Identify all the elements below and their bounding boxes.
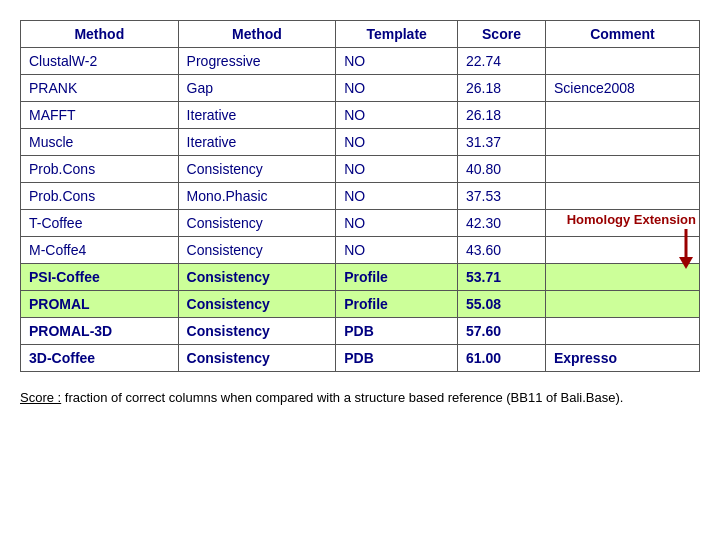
cell-r8-c2: Profile [336, 264, 458, 291]
cell-r3-c2: NO [336, 129, 458, 156]
cell-r7-c3: 43.60 [458, 237, 546, 264]
table-row: 3D-CoffeeConsistencyPDB61.00Expresso [21, 345, 700, 372]
cell-r5-c2: NO [336, 183, 458, 210]
cell-r8-c3: 53.71 [458, 264, 546, 291]
cell-r6-c0: T-Coffee [21, 210, 179, 237]
cell-r11-c1: Consistency [178, 345, 336, 372]
cell-r7-c2: NO [336, 237, 458, 264]
cell-r10-c1: Consistency [178, 318, 336, 345]
cell-r10-c2: PDB [336, 318, 458, 345]
table-row: PROMALConsistencyProfile55.08 [21, 291, 700, 318]
footnote-label: Score : [20, 390, 61, 405]
cell-r9-c4 [545, 291, 699, 318]
cell-r10-c4 [545, 318, 699, 345]
cell-r0-c0: ClustalW-2 [21, 48, 179, 75]
cell-r4-c2: NO [336, 156, 458, 183]
cell-r5-c1: Mono.Phasic [178, 183, 336, 210]
cell-r11-c0: 3D-Coffee [21, 345, 179, 372]
cell-r4-c1: Consistency [178, 156, 336, 183]
annotation-label: Homology Extension [567, 212, 696, 227]
cell-r2-c1: Iterative [178, 102, 336, 129]
cell-r5-c3: 37.53 [458, 183, 546, 210]
cell-r4-c4 [545, 156, 699, 183]
table-row: ClustalW-2ProgressiveNO22.74 [21, 48, 700, 75]
arrow-down-icon [676, 229, 696, 269]
cell-r1-c0: PRANK [21, 75, 179, 102]
cell-r5-c4 [545, 183, 699, 210]
table-row: Prob.ConsMono.PhasicNO37.53 [21, 183, 700, 210]
svg-marker-1 [679, 257, 693, 269]
cell-r2-c3: 26.18 [458, 102, 546, 129]
cell-r2-c4 [545, 102, 699, 129]
cell-r8-c0: PSI-Coffee [21, 264, 179, 291]
footnote-text: fraction of correct columns when compare… [61, 390, 623, 405]
table-row: PROMAL-3DConsistencyPDB57.60 [21, 318, 700, 345]
cell-r3-c4 [545, 129, 699, 156]
cell-r4-c3: 40.80 [458, 156, 546, 183]
cell-r2-c0: MAFFT [21, 102, 179, 129]
cell-r1-c1: Gap [178, 75, 336, 102]
header-row: Method Method Template Score Comment [21, 21, 700, 48]
header-score: Score [458, 21, 546, 48]
cell-r0-c3: 22.74 [458, 48, 546, 75]
cell-r3-c3: 31.37 [458, 129, 546, 156]
table-row: MuscleIterativeNO31.37 [21, 129, 700, 156]
header-method2: Method [178, 21, 336, 48]
footnote: Score : fraction of correct columns when… [20, 390, 700, 405]
header-method1: Method [21, 21, 179, 48]
cell-r6-c3: 42.30 [458, 210, 546, 237]
cell-r9-c2: Profile [336, 291, 458, 318]
cell-r2-c2: NO [336, 102, 458, 129]
main-table-container: Method Method Template Score Comment Clu… [20, 20, 700, 372]
cell-r5-c0: Prob.Cons [21, 183, 179, 210]
cell-r1-c4: Science2008 [545, 75, 699, 102]
cell-r3-c0: Muscle [21, 129, 179, 156]
cell-r10-c3: 57.60 [458, 318, 546, 345]
cell-r9-c1: Consistency [178, 291, 336, 318]
cell-r1-c2: NO [336, 75, 458, 102]
cell-r0-c1: Progressive [178, 48, 336, 75]
cell-r11-c4: Expresso [545, 345, 699, 372]
cell-r6-c1: Consistency [178, 210, 336, 237]
cell-r4-c0: Prob.Cons [21, 156, 179, 183]
table-row: PRANKGapNO26.18Science2008 [21, 75, 700, 102]
cell-r8-c1: Consistency [178, 264, 336, 291]
cell-r10-c0: PROMAL-3D [21, 318, 179, 345]
cell-r11-c3: 61.00 [458, 345, 546, 372]
cell-r7-c0: M-Coffe4 [21, 237, 179, 264]
cell-r11-c2: PDB [336, 345, 458, 372]
header-template: Template [336, 21, 458, 48]
cell-r3-c1: Iterative [178, 129, 336, 156]
cell-r0-c4 [545, 48, 699, 75]
comparison-table: Method Method Template Score Comment Clu… [20, 20, 700, 372]
cell-r9-c3: 55.08 [458, 291, 546, 318]
header-comment: Comment [545, 21, 699, 48]
cell-r0-c2: NO [336, 48, 458, 75]
table-row: Prob.ConsConsistencyNO40.80 [21, 156, 700, 183]
cell-r6-c2: NO [336, 210, 458, 237]
cell-r7-c1: Consistency [178, 237, 336, 264]
cell-r1-c3: 26.18 [458, 75, 546, 102]
cell-r9-c0: PROMAL [21, 291, 179, 318]
table-row: MAFFTIterativeNO26.18 [21, 102, 700, 129]
homology-extension-annotation: Homology Extension [567, 212, 696, 269]
